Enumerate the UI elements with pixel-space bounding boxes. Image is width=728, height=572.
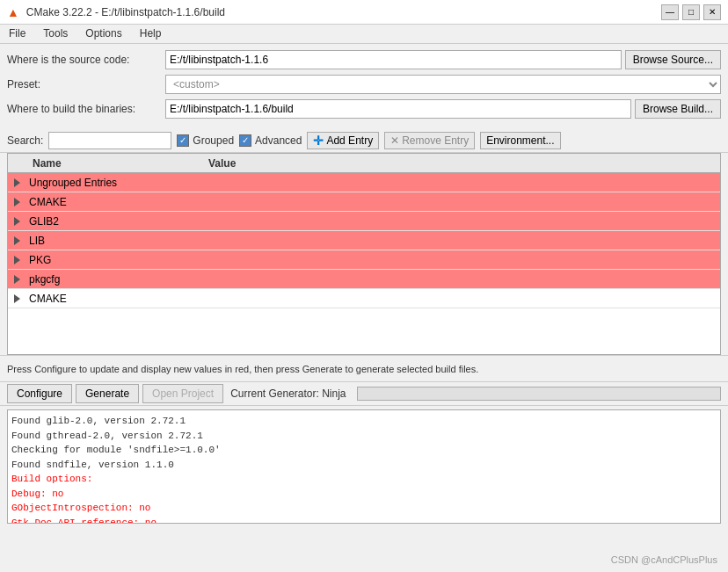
expand-icon[interactable]: [8, 198, 25, 206]
build-row: Where to build the binaries: Browse Buil…: [7, 98, 721, 119]
expand-icon[interactable]: [8, 236, 25, 245]
entries-table: Name Value Ungrouped Entries CMAKE GLIB2…: [7, 153, 721, 355]
bottom-toolbar: Configure Generate Open Project Current …: [0, 381, 728, 406]
grouped-checkbox-group: ✓ Grouped: [177, 134, 234, 147]
log-line: Found glib-2.0, version 2.72.1: [11, 414, 717, 429]
menu-file[interactable]: File: [4, 26, 31, 41]
log-line: Found sndfile, version 1.1.0: [11, 458, 717, 473]
log-line: Build options:: [11, 472, 717, 487]
row-name: Ungrouped Entries: [25, 177, 184, 189]
info-text: Press Configure to update and display ne…: [7, 364, 478, 374]
generate-button[interactable]: Generate: [76, 384, 139, 403]
app-icon: ▲: [7, 5, 19, 19]
window-controls: — □ ✕: [661, 4, 721, 20]
expand-icon[interactable]: [8, 294, 25, 303]
row-name: GLIB2: [25, 215, 184, 228]
add-entry-label: Add Entry: [326, 134, 373, 147]
preset-row: Preset: <custom>: [7, 74, 721, 95]
row-name: LIB: [25, 235, 184, 247]
add-icon: ✛: [313, 134, 324, 148]
log-line: Found gthread-2.0, version 2.72.1: [11, 429, 717, 444]
row-name: CMAKE: [25, 196, 184, 208]
remove-entry-button[interactable]: ✕ Remove Entry: [384, 132, 475, 149]
advanced-checkbox-group: ✓ Advanced: [239, 134, 302, 147]
source-label: Where is the source code:: [7, 54, 165, 66]
menu-options[interactable]: Options: [80, 26, 127, 41]
name-column-header: Name: [25, 157, 201, 170]
grouped-label: Grouped: [193, 134, 234, 147]
remove-icon: ✕: [390, 134, 399, 147]
browse-source-button[interactable]: Browse Source...: [625, 50, 721, 69]
form-area: Where is the source code: Browse Source.…: [0, 44, 728, 128]
table-header: Name Value: [8, 154, 720, 173]
advanced-checkbox[interactable]: ✓: [239, 134, 251, 147]
build-label: Where to build the binaries:: [7, 103, 165, 115]
log-line: Gtk-Doc API reference: no: [11, 516, 717, 525]
preset-select[interactable]: <custom>: [165, 75, 721, 94]
expand-icon[interactable]: [8, 178, 25, 187]
configure-button[interactable]: Configure: [7, 384, 72, 403]
search-label: Search:: [7, 134, 43, 147]
table-row[interactable]: PKG: [8, 250, 720, 270]
table-row[interactable]: pkgcfg: [8, 270, 720, 289]
source-input[interactable]: [165, 50, 622, 69]
row-name: CMAKE: [25, 293, 184, 305]
row-name: pkgcfg: [25, 273, 184, 286]
window-title: CMake 3.22.2 - E:/t/libinstpatch-1.1.6/b…: [26, 6, 654, 18]
watermark: CSDN @cAndCPlusPlus: [611, 554, 717, 565]
generator-label: Current Generator: Ninja: [230, 387, 346, 400]
table-row[interactable]: LIB: [8, 231, 720, 250]
menu-tools[interactable]: Tools: [38, 26, 73, 41]
build-input[interactable]: [165, 99, 631, 119]
add-entry-button[interactable]: ✛ Add Entry: [307, 132, 379, 149]
minimize-button[interactable]: —: [661, 4, 679, 20]
advanced-label: Advanced: [255, 134, 302, 147]
expand-icon[interactable]: [8, 217, 25, 226]
log-line: Debug: no: [11, 487, 717, 502]
open-project-button[interactable]: Open Project: [142, 384, 223, 403]
log-area: Found glib-2.0, version 2.72.1 Found gth…: [7, 409, 721, 524]
environment-button[interactable]: Environment...: [480, 132, 560, 149]
browse-build-button[interactable]: Browse Build...: [635, 99, 721, 119]
source-row: Where is the source code: Browse Source.…: [7, 49, 721, 70]
row-name: PKG: [25, 254, 184, 266]
menu-help[interactable]: Help: [135, 26, 167, 41]
expand-icon[interactable]: [8, 256, 25, 264]
table-row[interactable]: CMAKE: [8, 192, 720, 212]
menu-bar: File Tools Options Help: [0, 25, 728, 44]
maximize-button[interactable]: □: [682, 4, 700, 20]
table-row[interactable]: CMAKE: [8, 289, 720, 308]
table-row[interactable]: Ungrouped Entries: [8, 173, 720, 192]
progress-bar: [357, 387, 721, 401]
preset-label: Preset:: [7, 78, 165, 91]
table-row[interactable]: GLIB2: [8, 212, 720, 231]
expand-icon[interactable]: [8, 275, 25, 284]
info-bar: Press Configure to update and display ne…: [0, 355, 728, 381]
remove-entry-label: Remove Entry: [402, 134, 469, 147]
grouped-checkbox[interactable]: ✓: [177, 134, 189, 147]
log-line: Checking for module 'sndfile>=1.0.0': [11, 443, 717, 458]
close-button[interactable]: ✕: [703, 4, 721, 20]
value-column-header: Value: [201, 157, 720, 170]
search-input[interactable]: [48, 132, 171, 149]
toolbar: Search: ✓ Grouped ✓ Advanced ✛ Add Entry…: [0, 128, 728, 153]
log-line: GObjectIntrospection: no: [11, 501, 717, 516]
title-bar: ▲ CMake 3.22.2 - E:/t/libinstpatch-1.1.6…: [0, 0, 728, 25]
